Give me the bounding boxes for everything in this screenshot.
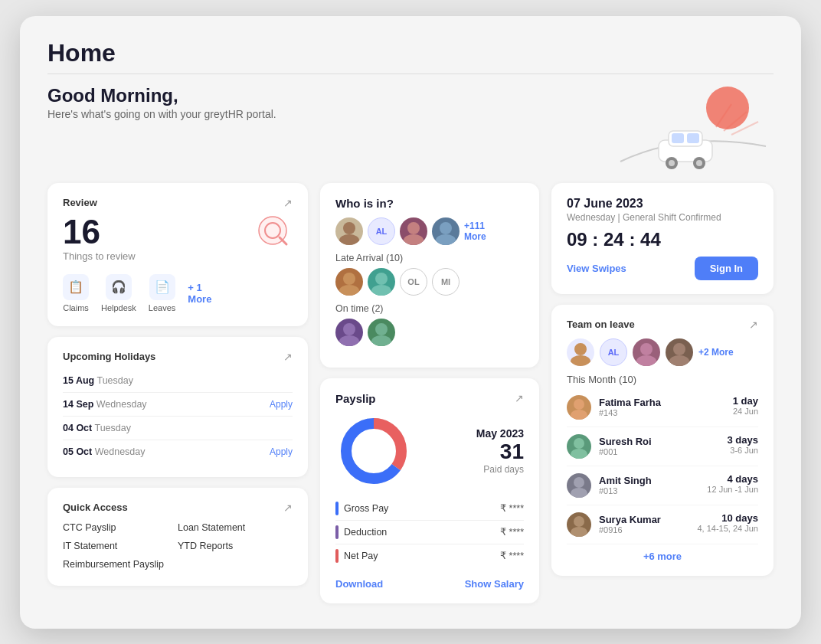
avatar-al: AL [368, 217, 395, 245]
quick-link-it[interactable]: IT Statement [63, 538, 178, 554]
team-avatar-label: AL [600, 338, 627, 366]
surya-dates: 4, 14-15, 24 Jun [697, 524, 758, 533]
amit-avatar [567, 473, 591, 498]
team-avatar-man [666, 338, 693, 366]
claims-icon: 📋 [63, 274, 89, 300]
review-item-leaves[interactable]: 📄 Leaves [149, 274, 175, 312]
amit-days: 4 days [707, 473, 758, 485]
team-avatar-al [567, 338, 594, 366]
on-time-row [335, 319, 524, 346]
claims-label: Claims [63, 303, 89, 312]
view-swipes-link[interactable]: View Swipes [567, 263, 626, 274]
fatima-dates: 24 Jun [733, 407, 758, 416]
holidays-card: Upcoming Holidays ↗ 15 Aug Tuesday 14 Se… [47, 337, 308, 477]
download-button[interactable]: Download [335, 578, 383, 590]
fatima-id: #143 [599, 408, 661, 417]
payslip-month: May 2023 [427, 427, 524, 440]
net-pay-indicator [335, 549, 339, 563]
svg-point-30 [571, 355, 590, 366]
payslip-donut [335, 413, 412, 489]
pay-row-net: Net Pay ₹ **** [335, 544, 524, 567]
suresh-name: Suresh Roi [599, 436, 652, 447]
svg-point-20 [375, 273, 388, 285]
helpdesk-label: Helpdesk [101, 303, 136, 312]
fatima-name: Fatima Farha [599, 397, 661, 408]
svg-point-34 [669, 355, 689, 366]
late-arrival-label: Late Arrival (10) [335, 253, 524, 263]
team-more-link[interactable]: +2 More [698, 347, 734, 358]
svg-point-38 [571, 449, 587, 459]
svg-point-41 [574, 516, 584, 527]
leave-member-3: Surya Kumar #0916 10 days 4, 14-15, 24 J… [567, 505, 758, 544]
svg-point-31 [640, 343, 653, 355]
svg-point-36 [571, 410, 587, 420]
payslip-arrow-icon[interactable]: ↗ [515, 392, 524, 404]
svg-point-35 [574, 399, 584, 410]
review-more-button[interactable]: + 1More [188, 282, 211, 305]
holiday-row-0: 15 Aug Tuesday [63, 369, 293, 393]
svg-point-29 [574, 343, 587, 355]
review-card: Review ↗ 16 Things to review 📋 [47, 183, 308, 326]
quick-link-loan[interactable]: Loan Statement [178, 520, 293, 535]
team-on-leave-card: Team on leave ↗ AL +2 More Thi [551, 305, 774, 576]
late-arrival-row: OL MI [335, 268, 524, 296]
quick-link-reimburse[interactable]: Reimbursement Payslip [63, 557, 178, 572]
fatima-days: 1 day [733, 395, 758, 407]
holidays-title: Upcoming Holidays [63, 351, 155, 362]
datetime-card: 07 June 2023 Wednesday | General Shift C… [551, 183, 774, 294]
svg-point-22 [343, 323, 355, 335]
helpdesk-icon: 🎧 [106, 274, 132, 300]
suresh-dates: 3-6 Jun [728, 446, 758, 455]
who-more-link[interactable]: +111More [464, 221, 486, 242]
svg-point-16 [440, 222, 452, 234]
leaves-icon: 📄 [149, 274, 175, 300]
suresh-avatar [567, 434, 591, 459]
svg-point-23 [339, 335, 359, 346]
gross-pay-indicator [335, 502, 339, 515]
svg-point-13 [339, 234, 359, 245]
pay-row-gross: Gross Pay ₹ **** [335, 497, 524, 521]
net-pay-label: Net Pay [344, 551, 378, 561]
svg-point-21 [371, 285, 391, 296]
quick-access-arrow-icon[interactable]: ↗ [283, 502, 293, 514]
avatar-woman3 [368, 268, 395, 296]
leave-member-0: Fatima Farha #143 1 day 24 Jun [567, 388, 758, 427]
team-avatar-woman [633, 338, 660, 366]
review-item-helpdesk[interactable]: 🎧 Helpdesk [101, 274, 136, 312]
holiday-row-1: 14 Sep Wednesday Apply [63, 393, 293, 417]
payslip-footer: Download Show Salary [335, 578, 524, 590]
review-items: 📋 Claims 🎧 Helpdesk 📄 Leaves + 1More [63, 274, 293, 312]
who-avatars-row: AL +111More [335, 217, 524, 245]
apply-link-3[interactable]: Apply [270, 446, 293, 457]
holidays-arrow-icon[interactable]: ↗ [283, 351, 293, 363]
svg-rect-4 [687, 133, 699, 143]
review-item-claims[interactable]: 📋 Claims [63, 274, 89, 312]
page-title: Home [47, 39, 774, 67]
svg-point-42 [571, 527, 587, 537]
review-illustration [251, 212, 294, 258]
who-is-in-title: Who is in? [335, 197, 524, 210]
svg-point-33 [673, 343, 685, 355]
deduction-indicator [335, 525, 339, 539]
fatima-avatar [567, 395, 591, 420]
holiday-row-2: 04 Oct Tuesday [63, 417, 293, 440]
review-arrow-icon[interactable]: ↗ [283, 197, 293, 209]
svg-point-18 [343, 273, 355, 285]
leaves-label: Leaves [149, 303, 175, 312]
payslip-days: 31 [427, 440, 524, 464]
avatar-ol: OL [400, 268, 427, 296]
quick-access-title: Quick Access [63, 502, 128, 513]
sign-in-button[interactable]: Sign In [695, 257, 758, 280]
who-is-in-card: Who is in? AL +111More [320, 183, 539, 368]
show-salary-button[interactable]: Show Salary [465, 578, 524, 590]
surya-days: 10 days [697, 512, 758, 524]
quick-link-ctc[interactable]: CTC Payslip [63, 520, 178, 535]
apply-link-1[interactable]: Apply [270, 399, 293, 410]
quick-link-ytd[interactable]: YTD Reports [178, 538, 293, 554]
svg-point-14 [407, 222, 420, 234]
svg-point-17 [436, 234, 456, 245]
team-leave-arrow-icon[interactable]: ↗ [749, 319, 758, 331]
avatar-man1 [335, 217, 363, 245]
more-members-link[interactable]: +6 more [567, 551, 758, 562]
amit-name: Amit Singh [599, 475, 652, 486]
